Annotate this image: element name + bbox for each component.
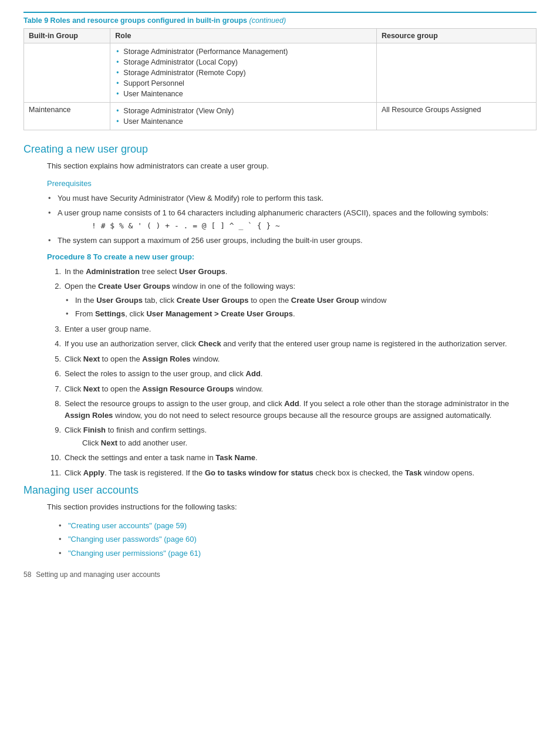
link-item-3[interactable]: "Changing user permissions" (page 61) bbox=[58, 548, 537, 559]
prerequisite-item-2: A user group name consists of 1 to 64 ch… bbox=[47, 207, 537, 231]
link-changing-passwords[interactable]: "Changing user passwords" (page 60) bbox=[68, 535, 197, 544]
creating-user-group-intro: This section explains how administrators… bbox=[47, 160, 537, 172]
step-3: Enter a user group name. bbox=[47, 323, 537, 335]
sub-step-2a: In the User Groups tab, click Create Use… bbox=[65, 295, 537, 306]
sub-step-2b: From Settings, click User Management > C… bbox=[65, 308, 537, 320]
managing-user-accounts-heading: Managing user accounts bbox=[23, 484, 537, 497]
roles-table: Built-in Group Role Resource group Stora… bbox=[23, 28, 537, 130]
table-row: Storage Administrator (Performance Manag… bbox=[24, 43, 537, 103]
cell-resource-group-empty bbox=[376, 43, 536, 103]
click-note-9: Click Next to add another user. bbox=[82, 437, 537, 449]
list-item: Support Personnel bbox=[115, 78, 372, 89]
cell-roles-2: Storage Administrator (View Only) User M… bbox=[110, 103, 377, 130]
prerequisite-item-3: The system can support a maximum of 256 … bbox=[47, 235, 537, 247]
step-11: Click Apply. The task is registered. If … bbox=[47, 467, 537, 479]
step-8: Select the resource groups to assign to … bbox=[47, 398, 537, 421]
prerequisites-list: You must have Security Administrator (Vi… bbox=[47, 193, 537, 247]
list-item: User Maintenance bbox=[115, 116, 372, 127]
step-7: Click Next to open the Assign Resource G… bbox=[47, 383, 537, 395]
step-5: Click Next to open the Assign Roles wind… bbox=[47, 353, 537, 365]
cell-group-empty bbox=[24, 43, 110, 103]
list-item: Storage Administrator (Local Copy) bbox=[115, 57, 372, 67]
step-4: If you use an authorization server, clic… bbox=[47, 338, 537, 350]
step-10: Check the settings and enter a task name… bbox=[47, 452, 537, 464]
footer: 58 Setting up and managing user accounts bbox=[23, 571, 537, 579]
list-item: User Maintenance bbox=[115, 89, 372, 99]
link-creating-user-accounts[interactable]: "Creating user accounts" (page 59) bbox=[68, 521, 187, 530]
list-item: Storage Administrator (View Only) bbox=[115, 106, 372, 116]
list-item: Storage Administrator (Remote Copy) bbox=[115, 67, 372, 78]
cell-group-maintenance: Maintenance bbox=[24, 103, 110, 130]
step-2: Open the Create User Groups window in on… bbox=[47, 281, 537, 320]
list-item: Storage Administrator (Performance Manag… bbox=[115, 46, 372, 57]
creating-user-group-heading: Creating a new user group bbox=[23, 143, 537, 156]
page-number: 58 bbox=[23, 571, 31, 579]
prerequisites-heading: Prerequisites bbox=[47, 179, 537, 188]
prerequisite-item-1: You must have Security Administrator (Vi… bbox=[47, 193, 537, 204]
cell-resource-group-maintenance: All Resource Groups Assigned bbox=[376, 103, 536, 130]
symbols-line: ! # $ % & ' ( ) + - . = @ [ ] ^ _ ` { } … bbox=[92, 220, 537, 232]
step-9: Click Finish to finish and confirm setti… bbox=[47, 424, 537, 448]
procedure-heading: Procedure 8 To create a new user group: bbox=[47, 252, 537, 261]
table-row: Maintenance Storage Administrator (View … bbox=[24, 103, 537, 130]
step-6: Select the roles to assign to the user g… bbox=[47, 368, 537, 380]
procedure-steps: In the Administration tree select User G… bbox=[47, 266, 537, 479]
link-changing-permissions[interactable]: "Changing user permissions" (page 61) bbox=[68, 549, 201, 558]
link-item-2[interactable]: "Changing user passwords" (page 60) bbox=[58, 534, 537, 545]
table-caption: Table 9 Roles and resource groups config… bbox=[23, 12, 537, 25]
col-header-resource-group: Resource group bbox=[376, 29, 536, 43]
managing-user-accounts-intro: This section provides instructions for t… bbox=[47, 501, 537, 513]
step-1: In the Administration tree select User G… bbox=[47, 266, 537, 278]
link-item-1[interactable]: "Creating user accounts" (page 59) bbox=[58, 520, 537, 532]
col-header-built-in-group: Built-in Group bbox=[24, 29, 110, 43]
managing-links-list: "Creating user accounts" (page 59) "Chan… bbox=[58, 520, 537, 559]
footer-text: Setting up and managing user accounts bbox=[36, 571, 160, 579]
cell-roles-1: Storage Administrator (Performance Manag… bbox=[110, 43, 377, 103]
col-header-role: Role bbox=[110, 29, 377, 43]
